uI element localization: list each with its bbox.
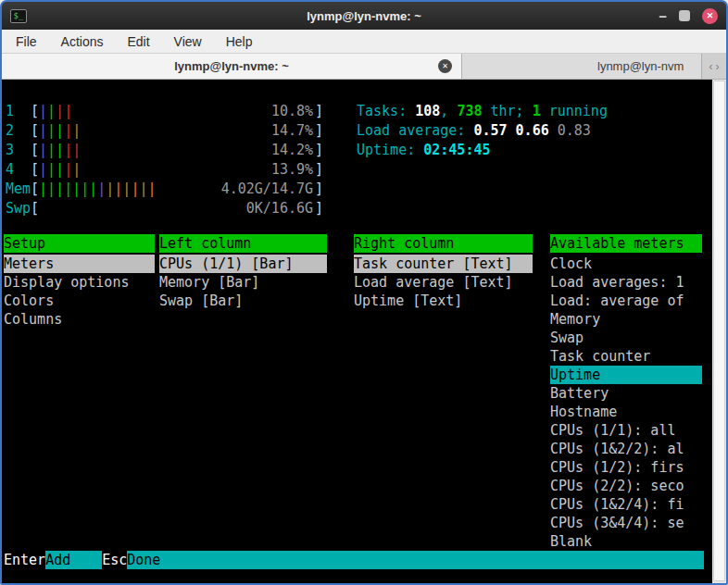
window-controls: − ✕ [659, 8, 718, 24]
panel-item[interactable]: CPUs (2/2): seco [550, 477, 702, 495]
minimize-button[interactable]: − [659, 8, 667, 24]
meter-value: 14.7% [271, 121, 313, 141]
panel-item[interactable]: CPUs (1&2/4): fi [550, 495, 702, 514]
meter-value: 13.9% [271, 160, 313, 180]
tasks-line-segment: , [440, 103, 457, 119]
meter-ticks: ||||| [39, 122, 81, 139]
meter-bar: |||||13.9% [39, 160, 315, 180]
panel-item[interactable]: Meters [4, 255, 155, 273]
meter-tick: | [47, 180, 56, 197]
terminal-app-icon: $_ [10, 9, 27, 23]
meter-bracket-close: ] [315, 103, 323, 119]
meter-bracket-close: ] [315, 180, 323, 197]
panel-item[interactable]: Swap [Bar] [159, 292, 327, 310]
panel-item[interactable]: Blank [550, 532, 702, 551]
menu-edit[interactable]: Edit [115, 30, 161, 53]
tasks-line-segment: 1 [533, 103, 541, 119]
panel-item[interactable]: Load averages: 1 [550, 273, 702, 292]
panel-item[interactable]: CPUs (1/1): all [550, 421, 702, 440]
panel-item[interactable]: Memory [550, 310, 702, 329]
panel-item[interactable]: Hostname [550, 403, 702, 421]
meter-tick: | [72, 142, 81, 158]
function-key-esc[interactable]: Esc [102, 551, 127, 569]
meter-tick: | [106, 180, 114, 197]
panel-item[interactable]: Load average [Text] [354, 273, 533, 292]
tabbar: lynmp@lyn-nvme: ~ ✕ lynmp@lyn-nvm ‹ › [2, 54, 726, 80]
panel-item[interactable]: Memory [Bar] [159, 273, 327, 292]
panel-item[interactable]: Load: average of [550, 292, 702, 310]
meter-value: 0K/16.6G [246, 199, 313, 218]
window-title: lynmp@lyn-nvme: ~ [2, 9, 726, 23]
panel-item[interactable]: Uptime [550, 366, 702, 384]
load-average-line-segment: 0.83 [558, 122, 591, 139]
meter-row: 2[|||||14.7%] [6, 121, 323, 141]
panel-item[interactable]: Battery [550, 384, 702, 403]
panel-item[interactable]: CPUs (3&4/4): se [550, 514, 702, 532]
titlebar[interactable]: $_ lynmp@lyn-nvme: ~ − ✕ [2, 2, 726, 30]
panel-item[interactable]: Columns [4, 310, 155, 329]
panel-item[interactable]: Colors [4, 292, 155, 310]
menu-help[interactable]: Help [214, 30, 265, 53]
menu-view[interactable]: View [162, 30, 214, 53]
meter-tick: | [64, 103, 72, 119]
meter-tick: | [47, 142, 56, 158]
panel-item[interactable]: Task counter [550, 347, 702, 366]
menu-actions[interactable]: Actions [49, 30, 116, 53]
tab-scroll-left-icon[interactable]: ‹ [709, 60, 713, 73]
meter-bracket-close: ] [315, 122, 323, 139]
tasks-line: Tasks: 108, 738 thr; 1 running [357, 102, 608, 121]
function-label-add[interactable]: Add [45, 551, 102, 569]
meter-tick: | [47, 103, 56, 119]
meter-tick: | [56, 142, 64, 158]
meter-tick: | [39, 122, 47, 139]
panel-header: Right column [354, 234, 533, 253]
meter-tick: | [47, 161, 56, 178]
tab-active[interactable]: lynmp@lyn-nvme: ~ ✕ [2, 54, 462, 79]
panel-item[interactable]: Task counter [Text] [354, 255, 533, 273]
function-key-enter[interactable]: Enter [4, 551, 45, 569]
maximize-button[interactable] [679, 10, 690, 21]
uptime-line: Uptime: 02:45:45 [357, 141, 491, 160]
meter-value: 14.2% [271, 141, 313, 160]
scrollbar[interactable] [712, 80, 726, 583]
close-button[interactable]: ✕ [702, 8, 718, 24]
scrollbar-thumb[interactable] [713, 81, 725, 581]
meter-tick: | [47, 122, 56, 139]
meter-row: Mem[||||||||||||||4.02G/14.7G] [6, 180, 323, 199]
meter-ticks: |||||||||||||| [39, 180, 156, 197]
panel-item[interactable]: Uptime [Text] [354, 292, 533, 310]
panel-item[interactable]: CPUs (1/2): firs [550, 458, 702, 477]
function-label-done[interactable]: Done [127, 551, 704, 569]
load-average-line-segment: Load average: [357, 122, 473, 139]
panel-item[interactable]: Clock [550, 255, 702, 273]
meter-bracket-close: ] [315, 161, 323, 178]
panel-item[interactable]: Display options [4, 273, 155, 292]
meter-tick: | [64, 180, 72, 197]
tasks-line-segment: 738 [457, 103, 482, 119]
meter-tick: | [56, 180, 64, 197]
tasks-line-segment: thr; [482, 103, 532, 119]
meter-label: 4 [6, 160, 31, 180]
meter-tick: | [64, 161, 72, 178]
tab-inactive[interactable]: lynmp@lyn-nvm [462, 54, 702, 79]
meter-tick: | [97, 180, 106, 197]
meter-bracket-close: ] [315, 142, 323, 158]
panel-header: Setup [4, 234, 155, 253]
meter-tick: | [39, 103, 47, 119]
panel-header: Left column [159, 234, 327, 253]
panel-item[interactable]: Swap [550, 329, 702, 347]
tab-close-icon[interactable]: ✕ [438, 59, 452, 73]
panel-item[interactable]: CPUs (1/1) [Bar] [159, 255, 327, 273]
window-inner: $_ lynmp@lyn-nvme: ~ − ✕ File Actions Ed… [2, 2, 726, 583]
meter-bracket-open: [ [31, 142, 39, 158]
meter-bracket-open: [ [31, 122, 39, 139]
function-bar: EnterAddEscDone [4, 551, 704, 569]
meter-bracket-open: [ [31, 103, 39, 119]
meter-bar: |||||14.7% [39, 121, 315, 141]
load-average-line-segment: 0.66 [516, 122, 558, 139]
meter-bracket-close: ] [315, 200, 323, 217]
meter-tick: | [72, 122, 81, 139]
tab-scroll-right-icon[interactable]: › [716, 60, 720, 73]
panel-item[interactable]: CPUs (1&2/2): al [550, 440, 702, 458]
menu-file[interactable]: File [4, 30, 49, 53]
